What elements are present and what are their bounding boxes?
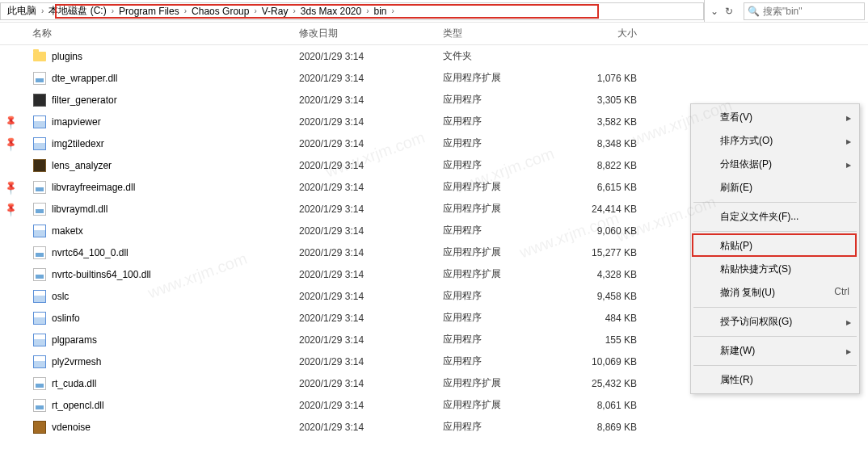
chevron-right-icon[interactable]: › <box>366 6 369 15</box>
menu-item[interactable]: 查看(V) <box>693 106 857 129</box>
dll-icon <box>32 71 47 86</box>
file-name: oslc <box>52 291 299 302</box>
file-type: 应用程序 <box>443 311 564 325</box>
file-size: 4,328 KB <box>564 269 645 280</box>
file-date: 2020/1/29 3:14 <box>299 247 443 258</box>
menu-separator <box>693 307 857 308</box>
file-row[interactable]: plugins2020/1/29 3:14文件夹 <box>0 45 868 67</box>
file-date: 2020/1/29 3:14 <box>299 116 443 128</box>
menu-item[interactable]: 分组依据(P) <box>693 153 857 176</box>
column-type-header[interactable]: 类型 <box>443 27 564 40</box>
file-type: 应用程序 <box>443 355 564 368</box>
menu-item-label: 新建(W) <box>720 345 755 356</box>
file-date: 2020/1/29 3:14 <box>299 356 443 367</box>
file-name: ply2vrmesh <box>52 356 299 367</box>
menu-item[interactable]: 撤消 复制(U)Ctrl <box>693 281 857 304</box>
menu-item-label: 撤消 复制(U) <box>720 287 775 298</box>
file-size: 10,069 KB <box>564 356 645 367</box>
menu-item[interactable]: 授予访问权限(G) <box>693 310 857 334</box>
exe-icon <box>32 115 47 129</box>
chevron-right-icon[interactable]: › <box>184 6 187 15</box>
file-row[interactable]: rt_opencl.dll2020/1/29 3:14应用程序扩展8,061 K… <box>0 394 868 416</box>
breadcrumb-segment[interactable]: Program Files <box>116 3 183 19</box>
column-size-header[interactable]: 大小 <box>564 27 645 40</box>
file-name: oslinfo <box>52 313 299 324</box>
file-size: 3,305 KB <box>564 94 645 106</box>
chevron-right-icon[interactable]: › <box>392 6 394 15</box>
menu-item[interactable]: 刷新(E) <box>693 176 857 199</box>
file-type: 应用程序 <box>443 420 564 434</box>
dll-icon <box>32 180 47 195</box>
breadcrumb-segment[interactable]: Chaos Group <box>188 3 252 19</box>
menu-item-label: 粘贴快捷方式(S) <box>720 263 791 275</box>
breadcrumb-segment[interactable]: 此电脑 <box>4 3 40 19</box>
file-type: 应用程序 <box>443 158 564 172</box>
custom3-icon <box>32 420 47 435</box>
file-date: 2020/1/29 3:14 <box>299 204 443 215</box>
file-size: 9,458 KB <box>564 291 645 302</box>
file-row[interactable]: vdenoise2020/1/29 3:14应用程序8,869 KB <box>0 416 868 438</box>
file-date: 2020/1/29 3:14 <box>299 334 443 346</box>
exe-icon <box>32 289 47 304</box>
search-input[interactable] <box>763 6 861 17</box>
history-dropdown-icon[interactable]: ⌄ <box>708 6 721 17</box>
chevron-right-icon[interactable]: › <box>254 6 256 15</box>
menu-item-label: 粘贴(P) <box>720 240 752 251</box>
column-header-row: 名称 修改日期 类型 大小 <box>0 23 868 45</box>
breadcrumb-segment[interactable]: 本地磁盘 (C:) <box>45 3 109 19</box>
file-date: 2020/1/29 3:14 <box>299 291 443 302</box>
chevron-right-icon[interactable]: › <box>112 6 114 15</box>
chevron-right-icon[interactable]: › <box>41 6 44 15</box>
breadcrumb[interactable]: 此电脑›本地磁盘 (C:)›Program Files›Chaos Group›… <box>0 2 704 20</box>
menu-item-label: 查看(V) <box>720 111 752 123</box>
file-type: 应用程序扩展 <box>443 71 564 85</box>
file-name: img2tiledexr <box>52 138 299 149</box>
breadcrumb-controls: ⌄ ↻ <box>704 0 739 22</box>
menu-item-label: 属性(R) <box>720 374 753 385</box>
menu-separator <box>693 365 857 366</box>
menu-item-label: 刷新(E) <box>720 182 752 193</box>
refresh-icon[interactable]: ↻ <box>723 6 735 17</box>
dll-icon <box>32 246 47 260</box>
column-name-header[interactable]: 名称 <box>32 27 299 40</box>
exe-icon <box>32 333 47 347</box>
file-row[interactable]: dte_wrapper.dll2020/1/29 3:14应用程序扩展1,076… <box>0 67 868 89</box>
menu-item[interactable]: 属性(R) <box>693 368 857 392</box>
menu-item[interactable]: 新建(W) <box>693 339 857 363</box>
file-type: 应用程序扩展 <box>443 398 564 412</box>
dll-icon <box>32 202 47 216</box>
file-name: libvrayfreeimage.dll <box>52 182 299 193</box>
file-name: filter_generator <box>52 94 299 106</box>
menu-item[interactable]: 自定义文件夹(F)... <box>693 205 857 229</box>
file-size: 8,822 KB <box>564 160 645 171</box>
breadcrumb-segment[interactable]: bin <box>371 3 390 19</box>
file-type: 应用程序 <box>443 333 564 346</box>
file-type: 应用程序扩展 <box>443 202 564 216</box>
file-date: 2020/1/29 3:14 <box>299 422 443 433</box>
menu-item[interactable]: 排序方式(O) <box>693 129 857 153</box>
file-name: plgparams <box>52 334 299 346</box>
menu-item[interactable]: 粘贴(P) <box>693 234 857 258</box>
file-name: imapviewer <box>52 116 299 128</box>
menu-item-label: 排序方式(O) <box>720 135 773 146</box>
column-date-header[interactable]: 修改日期 <box>299 27 443 40</box>
file-size: 8,061 KB <box>564 400 645 411</box>
breadcrumb-segment[interactable]: 3ds Max 2020 <box>297 3 364 19</box>
chevron-right-icon[interactable]: › <box>293 6 295 15</box>
dll-icon <box>32 267 47 282</box>
file-type: 应用程序 <box>443 136 564 150</box>
menu-item[interactable]: 粘贴快捷方式(S) <box>693 258 857 281</box>
menu-separator <box>693 231 857 232</box>
menu-separator <box>693 336 857 337</box>
file-date: 2020/1/29 3:14 <box>299 313 443 324</box>
file-size: 8,348 KB <box>564 138 645 149</box>
file-type: 应用程序 <box>443 289 564 303</box>
breadcrumb-segment[interactable]: V-Ray <box>259 3 292 19</box>
file-type: 文件夹 <box>443 49 564 63</box>
file-name: nvrtc-builtins64_100.dll <box>52 269 299 280</box>
custom1-icon <box>32 93 47 107</box>
file-size: 8,869 KB <box>564 422 645 433</box>
file-type: 应用程序 <box>443 224 564 237</box>
file-size: 484 KB <box>564 313 645 324</box>
search-box[interactable]: 🔍 <box>744 2 865 20</box>
